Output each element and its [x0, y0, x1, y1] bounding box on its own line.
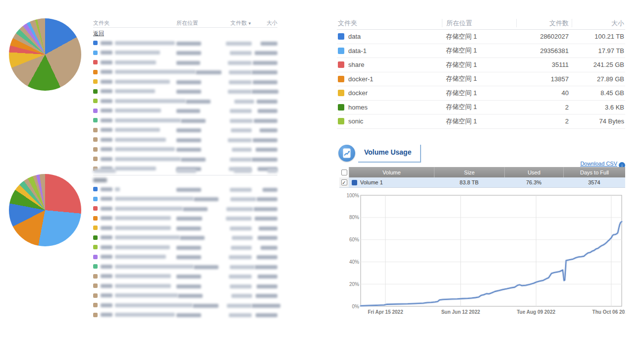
folder-row-redacted[interactable]: [93, 252, 277, 262]
folder-row-redacted[interactable]: [93, 272, 277, 282]
folder-color-chip: [93, 283, 98, 288]
folder-row-redacted[interactable]: [93, 204, 277, 214]
folder-row[interactable]: homes存储空间 123.6 KB: [337, 101, 625, 115]
folder-row-redacted[interactable]: [93, 67, 277, 77]
redacted-text: [252, 70, 277, 74]
folder-color-chip: [93, 89, 98, 94]
folder-row-redacted[interactable]: [93, 291, 277, 301]
redacted-text: [115, 265, 194, 269]
folder-color-chip: [338, 33, 344, 40]
folder-row-redacted[interactable]: [93, 223, 277, 233]
redacted-text: [229, 313, 252, 317]
folder-location: 存储空间 1: [442, 103, 516, 112]
volume-row[interactable]: ✓Volume 183.8 TB76.3%3574: [339, 177, 625, 188]
folder-name: data-1: [348, 47, 367, 55]
redacted-filecount: [216, 59, 252, 65]
volume-size: 83.8 TB: [434, 177, 504, 187]
folder-row[interactable]: data存储空间 128602027100.21 TB: [337, 30, 625, 44]
folder-row-redacted[interactable]: [93, 310, 277, 320]
redacted-text: [230, 158, 252, 162]
folder-row-redacted[interactable]: [93, 96, 277, 106]
folder-row-redacted[interactable]: [93, 77, 277, 87]
folder-color-chip: [93, 206, 98, 211]
back-link-redacted[interactable]: [93, 177, 107, 183]
folder-row-redacted[interactable]: [93, 106, 277, 116]
folder-row-redacted[interactable]: [93, 87, 277, 97]
redacted-text: [101, 109, 112, 113]
redacted-filecount: [216, 50, 252, 56]
redacted-filecount: [216, 146, 252, 152]
column-header-folder[interactable]: 文件夹: [93, 19, 176, 27]
redacted-text: [101, 207, 112, 211]
folder-row[interactable]: docker存储空间 1408.45 GB: [337, 86, 625, 101]
redacted-filecount: [216, 186, 252, 192]
select-all-checkbox[interactable]: [341, 170, 347, 175]
folder-row-redacted[interactable]: [93, 194, 277, 204]
redacted-size: [252, 69, 277, 75]
folder-row-redacted[interactable]: [93, 38, 277, 48]
x-axis-tick-label: Tue Aug 09 2022: [517, 309, 555, 315]
column-header-size[interactable]: 大小: [252, 19, 277, 27]
folder-row-redacted[interactable]: [93, 48, 277, 58]
redacted-text: [101, 99, 112, 103]
column-header-filecount[interactable]: 文件数▼: [216, 19, 252, 27]
folder-color-chip: [93, 216, 98, 221]
redacted-filecount: [216, 273, 252, 279]
table-header-row: 文件夹 所在位置 文件数 大小: [337, 16, 625, 30]
redacted-text: [115, 147, 175, 151]
redacted-folder-name: [93, 109, 176, 113]
folder-row-redacted[interactable]: [93, 214, 277, 224]
folder-row-redacted[interactable]: [93, 262, 277, 272]
redacted-text: [228, 90, 252, 94]
redacted-text: [229, 80, 252, 84]
redacted-filecount: [218, 117, 253, 123]
folder-row-redacted[interactable]: [93, 281, 277, 291]
folder-row-redacted[interactable]: [93, 154, 277, 164]
redacted-text: [255, 51, 277, 55]
download-csv-link[interactable]: Download CSV: [580, 161, 617, 167]
redacted-filecount: [226, 196, 256, 202]
folder-row-redacted[interactable]: [93, 242, 277, 252]
folder-row[interactable]: share存储空间 135111241.25 GB: [337, 58, 625, 72]
redacted-text: [231, 294, 252, 298]
redacted-text: [258, 236, 277, 240]
folder-size: 17.97 TB: [572, 47, 625, 55]
folder-row-redacted[interactable]: [93, 145, 277, 155]
folder-row-redacted[interactable]: [93, 57, 277, 67]
redacted-text: [101, 293, 112, 297]
folder-row-redacted[interactable]: [93, 233, 277, 243]
folder-row-redacted[interactable]: [93, 125, 277, 135]
folder-location: 存储空间 1: [442, 74, 516, 83]
redacted-text: [255, 217, 277, 221]
column-header-location[interactable]: 所在位置: [176, 19, 216, 27]
volume-checkbox[interactable]: ✓: [341, 179, 347, 185]
column-header-folder[interactable]: 文件夹: [337, 19, 442, 27]
redacted-text: [252, 158, 277, 162]
folder-row[interactable]: data-1存储空间 12935638117.97 TB: [337, 44, 625, 58]
back-link[interactable]: 返回: [93, 30, 104, 37]
redacted-text: [186, 100, 211, 104]
redacted-location: [181, 156, 218, 162]
redacted-text: [115, 245, 170, 249]
folder-row[interactable]: sonic存储空间 1274 Bytes: [337, 114, 625, 129]
folder-color-chip: [93, 147, 98, 152]
redacted-folder-name: [93, 274, 176, 279]
folder-row-redacted[interactable]: [93, 115, 277, 125]
column-header-location[interactable]: 所在位置: [442, 19, 516, 27]
redacted-location: [176, 225, 216, 231]
redacted-text: [193, 304, 218, 308]
redacted-folder-name: [93, 303, 193, 307]
redacted-folder-name: [93, 264, 194, 269]
column-header-filecount[interactable]: 文件数: [516, 19, 572, 27]
redacted-text: [101, 274, 112, 278]
redacted-text: [101, 216, 112, 220]
folder-row[interactable]: docker-1存储空间 11385727.89 GB: [337, 72, 625, 87]
column-header-size[interactable]: 大小: [572, 19, 625, 27]
folder-row-redacted[interactable]: [93, 300, 277, 310]
folder-row-redacted[interactable]: [93, 135, 277, 145]
folder-name: sonic: [348, 117, 363, 125]
redacted-size: [252, 302, 277, 308]
redacted-location: [176, 50, 216, 56]
folder-color-chip: [338, 104, 344, 111]
folder-row-redacted[interactable]: [93, 184, 277, 194]
